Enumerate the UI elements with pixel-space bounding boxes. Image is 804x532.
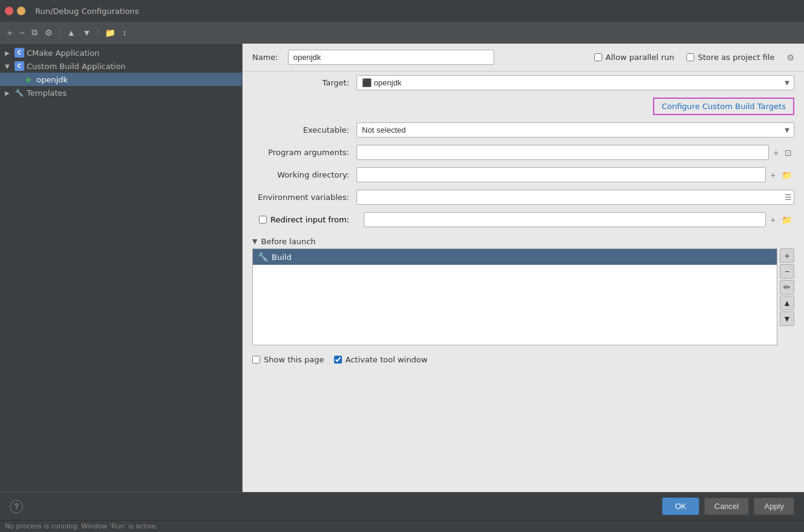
- launch-move-up-button[interactable]: ▲: [780, 296, 794, 310]
- allow-parallel-label[interactable]: Allow parallel run: [594, 53, 674, 62]
- close-button[interactable]: [5, 7, 13, 15]
- build-label: Build: [272, 253, 292, 262]
- env-vars-edit-button[interactable]: ☰: [785, 193, 792, 202]
- activate-tool-window-label[interactable]: Activate tool window: [334, 355, 427, 364]
- launch-edit-button[interactable]: ✏: [780, 280, 794, 294]
- program-args-actions: + ⊡: [771, 147, 794, 159]
- target-select[interactable]: ⬛ openjdk: [357, 75, 794, 90]
- env-vars-label: Environment variables:: [252, 193, 349, 202]
- store-as-project-label[interactable]: Store as project file: [686, 53, 774, 62]
- configuration-tree: ▶ C CMake Application ▼ C Custom Build A…: [0, 44, 243, 492]
- cancel-button[interactable]: Cancel: [704, 497, 749, 515]
- window-controls[interactable]: [5, 7, 25, 15]
- macro-args-button[interactable]: ⊡: [782, 147, 794, 159]
- executable-field-row: Executable: Not selected ▼: [252, 119, 794, 141]
- build-icon: 🔧: [258, 252, 268, 262]
- move-up-button[interactable]: ▲: [64, 27, 78, 39]
- working-dir-wrapper: + 📁: [357, 167, 794, 182]
- launch-list-actions: + − ✏ ▲ ▼: [780, 248, 794, 345]
- help-button[interactable]: ?: [10, 500, 23, 513]
- working-dir-field-row: Working directory: + 📁: [252, 164, 794, 186]
- activate-tool-window-checkbox[interactable]: [334, 356, 342, 364]
- settings-button[interactable]: ⚙: [42, 27, 55, 39]
- executable-select-wrapper: Not selected ▼: [357, 122, 794, 138]
- browse-working-dir-button[interactable]: 📁: [779, 169, 794, 181]
- add-redirect-button[interactable]: +: [768, 214, 778, 226]
- move-down-button[interactable]: ▼: [80, 27, 93, 39]
- env-vars-wrapper: ☰: [357, 190, 794, 205]
- configure-custom-build-link[interactable]: Configure Custom Build Targets: [653, 98, 794, 115]
- gear-icon[interactable]: ⚙: [786, 53, 794, 62]
- launch-remove-button[interactable]: −: [780, 264, 794, 279]
- before-launch-label: Before launch: [261, 237, 315, 246]
- dialog-buttons: OK Cancel Apply: [662, 497, 794, 515]
- before-launch-list: 🔧 Build: [252, 248, 777, 345]
- redirect-actions: + 📁: [768, 214, 794, 226]
- program-args-input[interactable]: [357, 145, 769, 160]
- redirect-checkbox[interactable]: [259, 216, 267, 224]
- target-field-row: Target: ⬛ openjdk ▼: [252, 71, 794, 94]
- sidebar-item-cmake[interactable]: ▶ C CMake Application: [0, 46, 242, 59]
- chevron-right-icon-2: ▶: [5, 90, 12, 96]
- working-dir-input[interactable]: [357, 167, 766, 182]
- folder-button[interactable]: 📁: [102, 27, 118, 39]
- apply-button[interactable]: Apply: [754, 497, 794, 515]
- executable-select[interactable]: Not selected: [357, 122, 794, 138]
- sidebar-item-templates[interactable]: ▶ 🔧 Templates: [0, 86, 242, 99]
- bottom-bar: ? OK Cancel Apply: [0, 492, 804, 520]
- add-button[interactable]: +: [5, 27, 15, 39]
- redirect-label-area: Redirect input from:: [252, 215, 349, 224]
- working-dir-label: Working directory:: [252, 170, 349, 179]
- redirect-field-row: Redirect input from: + 📁: [252, 208, 794, 231]
- redirect-input-wrapper: + 📁: [364, 212, 794, 227]
- header-checkboxes: Allow parallel run Store as project file…: [594, 53, 794, 62]
- toolbar-separator: [59, 27, 60, 38]
- status-text: No process is running. Window 'Run' is a…: [5, 522, 158, 530]
- before-launch-collapse-icon[interactable]: ▼: [252, 238, 257, 245]
- name-label: Name:: [252, 53, 278, 62]
- sort-button[interactable]: ↕: [120, 27, 129, 39]
- env-vars-field-row: Environment variables: ☰: [252, 186, 794, 208]
- name-input[interactable]: [288, 50, 494, 65]
- cmake-icon: C: [15, 48, 24, 58]
- configuration-form: Name: Allow parallel run Store as projec…: [243, 44, 804, 492]
- store-as-project-checkbox[interactable]: [686, 53, 694, 61]
- toolbar: + − ⧉ ⚙ ▲ ▼ 📁 ↕: [0, 22, 804, 44]
- chevron-down-icon: ▼: [5, 63, 12, 70]
- run-icon: ▶: [24, 75, 34, 84]
- status-bar: No process is running. Window 'Run' is a…: [0, 520, 804, 532]
- redirect-label: Redirect input from:: [270, 215, 349, 224]
- title-bar: Run/Debug Configurations: [0, 0, 804, 22]
- ok-button[interactable]: OK: [662, 497, 699, 515]
- sidebar-item-openjdk[interactable]: ▶ openjdk: [0, 73, 242, 86]
- allow-parallel-checkbox[interactable]: [594, 53, 602, 61]
- launch-list-item[interactable]: 🔧 Build: [253, 249, 777, 265]
- chevron-right-icon: ▶: [5, 50, 12, 56]
- env-vars-input[interactable]: [357, 190, 794, 205]
- program-args-label: Program arguments:: [252, 148, 349, 157]
- dialog-title: Run/Debug Configurations: [35, 7, 139, 16]
- sidebar-item-custom-build[interactable]: ▼ C Custom Build Application: [0, 59, 242, 73]
- launch-add-button[interactable]: +: [780, 248, 794, 263]
- expand-args-button[interactable]: +: [771, 147, 781, 159]
- footer-checkboxes: Show this page Activate tool window: [252, 350, 794, 369]
- copy-button[interactable]: ⧉: [29, 26, 40, 39]
- cmake-label: CMake Application: [27, 48, 99, 58]
- executable-label: Executable:: [252, 125, 349, 135]
- remove-button[interactable]: −: [17, 27, 27, 39]
- form-body: Target: ⬛ openjdk ▼ Configure Custom Bui…: [243, 71, 804, 492]
- redirect-input[interactable]: [364, 212, 766, 227]
- configure-link-row: Configure Custom Build Targets: [252, 94, 794, 119]
- show-this-page-label[interactable]: Show this page: [252, 355, 324, 364]
- toolbar-separator-2: [98, 27, 98, 38]
- browse-redirect-button[interactable]: 📁: [779, 214, 794, 226]
- program-args-wrapper: + ⊡: [357, 145, 794, 160]
- custom-build-icon: C: [15, 61, 24, 71]
- minimize-button[interactable]: [17, 7, 25, 15]
- form-header: Name: Allow parallel run Store as projec…: [243, 44, 804, 71]
- working-dir-actions: + 📁: [768, 169, 794, 181]
- before-launch-section-header: ▼ Before launch: [252, 231, 794, 248]
- add-working-dir-button[interactable]: +: [768, 169, 778, 181]
- show-this-page-checkbox[interactable]: [252, 356, 260, 364]
- launch-move-down-button[interactable]: ▼: [780, 311, 794, 326]
